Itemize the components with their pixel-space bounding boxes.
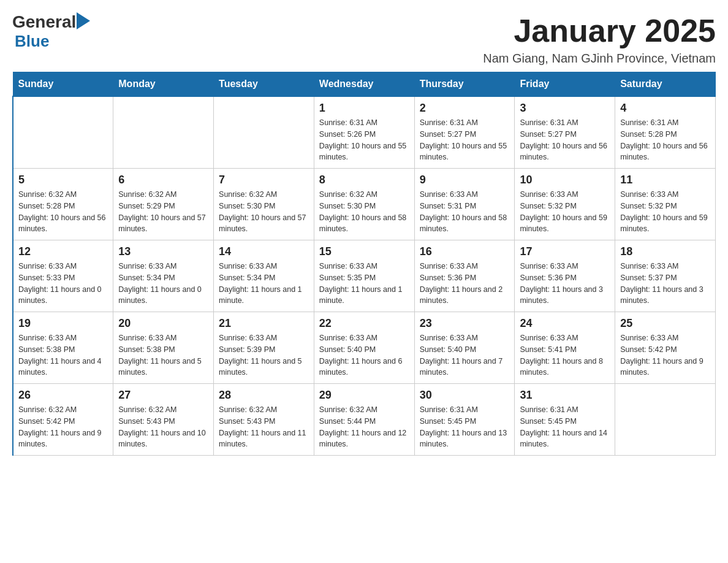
calendar-day-header: Wednesday [314,72,414,97]
day-number: 26 [18,389,108,402]
day-number: 27 [118,389,208,402]
calendar-week-row: 5Sunrise: 6:32 AM Sunset: 5:28 PM Daylig… [13,169,716,240]
calendar-day-header: Monday [113,72,214,97]
calendar-day-header: Saturday [615,72,716,97]
day-info: Sunrise: 6:32 AM Sunset: 5:29 PM Dayligh… [118,189,208,235]
calendar-header: SundayMondayTuesdayWednesdayThursdayFrid… [13,72,716,97]
day-number: 1 [319,102,409,115]
day-info: Sunrise: 6:33 AM Sunset: 5:41 PM Dayligh… [520,332,610,378]
calendar-cell: 20Sunrise: 6:33 AM Sunset: 5:38 PM Dayli… [113,312,214,384]
day-number: 21 [219,317,309,330]
calendar-cell: 16Sunrise: 6:33 AM Sunset: 5:36 PM Dayli… [414,240,515,312]
calendar-day-header: Tuesday [214,72,314,97]
calendar-cell: 27Sunrise: 6:32 AM Sunset: 5:43 PM Dayli… [113,384,214,456]
logo-blue-text: Blue [15,32,49,50]
calendar-cell: 30Sunrise: 6:31 AM Sunset: 5:45 PM Dayli… [414,384,515,456]
calendar-week-row: 1Sunrise: 6:31 AM Sunset: 5:26 PM Daylig… [13,96,716,169]
day-number: 16 [420,245,510,258]
title-section: January 2025 Nam Giang, Nam GJinh Provin… [483,12,716,66]
day-info: Sunrise: 6:31 AM Sunset: 5:45 PM Dayligh… [420,404,510,450]
day-info: Sunrise: 6:33 AM Sunset: 5:38 PM Dayligh… [118,332,208,378]
day-number: 4 [620,102,710,115]
day-info: Sunrise: 6:31 AM Sunset: 5:26 PM Dayligh… [319,117,409,163]
subtitle: Nam Giang, Nam GJinh Province, Vietnam [483,52,716,66]
day-number: 25 [620,317,710,330]
day-info: Sunrise: 6:33 AM Sunset: 5:38 PM Dayligh… [18,332,108,378]
day-number: 11 [620,174,710,186]
day-number: 19 [18,317,108,330]
calendar-week-row: 12Sunrise: 6:33 AM Sunset: 5:33 PM Dayli… [13,240,716,312]
day-number: 22 [319,317,409,330]
calendar-cell: 9Sunrise: 6:33 AM Sunset: 5:31 PM Daylig… [414,169,515,240]
day-info: Sunrise: 6:32 AM Sunset: 5:43 PM Dayligh… [219,404,309,450]
calendar-table: SundayMondayTuesdayWednesdayThursdayFrid… [12,72,716,456]
calendar-cell: 21Sunrise: 6:33 AM Sunset: 5:39 PM Dayli… [214,312,314,384]
day-info: Sunrise: 6:32 AM Sunset: 5:28 PM Dayligh… [18,189,108,235]
day-info: Sunrise: 6:32 AM Sunset: 5:42 PM Dayligh… [18,404,108,450]
logo-general-text: General [12,12,76,32]
calendar-week-row: 26Sunrise: 6:32 AM Sunset: 5:42 PM Dayli… [13,384,716,456]
day-number: 9 [420,174,510,186]
logo: General Blue [12,12,91,51]
day-info: Sunrise: 6:33 AM Sunset: 5:34 PM Dayligh… [219,261,309,307]
day-info: Sunrise: 6:31 AM Sunset: 5:28 PM Dayligh… [620,117,710,163]
day-number: 6 [118,174,208,186]
day-number: 17 [520,245,610,258]
calendar-cell: 3Sunrise: 6:31 AM Sunset: 5:27 PM Daylig… [515,96,615,169]
day-number: 31 [520,389,610,402]
day-number: 24 [520,317,610,330]
calendar-cell [214,96,314,169]
day-number: 8 [319,174,409,186]
day-info: Sunrise: 6:32 AM Sunset: 5:30 PM Dayligh… [319,189,409,235]
calendar-cell: 1Sunrise: 6:31 AM Sunset: 5:26 PM Daylig… [314,96,414,169]
day-number: 10 [520,174,610,186]
calendar-cell: 18Sunrise: 6:33 AM Sunset: 5:37 PM Dayli… [615,240,716,312]
day-info: Sunrise: 6:33 AM Sunset: 5:32 PM Dayligh… [520,189,610,235]
page-header: General Blue January 2025 Nam Giang, Nam… [12,12,716,66]
day-number: 15 [319,245,409,258]
calendar-day-header: Sunday [13,72,113,97]
day-info: Sunrise: 6:33 AM Sunset: 5:39 PM Dayligh… [219,332,309,378]
main-title: January 2025 [483,12,716,49]
calendar-cell: 11Sunrise: 6:33 AM Sunset: 5:32 PM Dayli… [615,169,716,240]
day-info: Sunrise: 6:32 AM Sunset: 5:44 PM Dayligh… [319,404,409,450]
day-info: Sunrise: 6:33 AM Sunset: 5:31 PM Dayligh… [420,189,510,235]
day-number: 12 [18,245,108,258]
day-number: 23 [420,317,510,330]
day-number: 30 [420,389,510,402]
calendar-cell: 10Sunrise: 6:33 AM Sunset: 5:32 PM Dayli… [515,169,615,240]
calendar-cell [13,96,113,169]
calendar-cell: 22Sunrise: 6:33 AM Sunset: 5:40 PM Dayli… [314,312,414,384]
calendar-cell [113,96,214,169]
day-number: 18 [620,245,710,258]
calendar-day-header: Thursday [414,72,515,97]
day-info: Sunrise: 6:31 AM Sunset: 5:27 PM Dayligh… [420,117,510,163]
day-info: Sunrise: 6:31 AM Sunset: 5:45 PM Dayligh… [520,404,610,450]
day-number: 29 [319,389,409,402]
calendar-cell: 24Sunrise: 6:33 AM Sunset: 5:41 PM Dayli… [515,312,615,384]
calendar-cell: 8Sunrise: 6:32 AM Sunset: 5:30 PM Daylig… [314,169,414,240]
day-number: 13 [118,245,208,258]
calendar-cell: 2Sunrise: 6:31 AM Sunset: 5:27 PM Daylig… [414,96,515,169]
calendar-cell: 12Sunrise: 6:33 AM Sunset: 5:33 PM Dayli… [13,240,113,312]
day-info: Sunrise: 6:33 AM Sunset: 5:40 PM Dayligh… [420,332,510,378]
calendar-cell: 25Sunrise: 6:33 AM Sunset: 5:42 PM Dayli… [615,312,716,384]
day-info: Sunrise: 6:33 AM Sunset: 5:33 PM Dayligh… [18,261,108,307]
day-info: Sunrise: 6:31 AM Sunset: 5:27 PM Dayligh… [520,117,610,163]
day-number: 3 [520,102,610,115]
calendar-cell: 23Sunrise: 6:33 AM Sunset: 5:40 PM Dayli… [414,312,515,384]
day-info: Sunrise: 6:33 AM Sunset: 5:34 PM Dayligh… [118,261,208,307]
day-info: Sunrise: 6:33 AM Sunset: 5:40 PM Dayligh… [319,332,409,378]
day-number: 20 [118,317,208,330]
calendar-cell: 4Sunrise: 6:31 AM Sunset: 5:28 PM Daylig… [615,96,716,169]
day-info: Sunrise: 6:33 AM Sunset: 5:36 PM Dayligh… [420,261,510,307]
calendar-body: 1Sunrise: 6:31 AM Sunset: 5:26 PM Daylig… [13,96,716,456]
day-number: 14 [219,245,309,258]
day-info: Sunrise: 6:33 AM Sunset: 5:37 PM Dayligh… [620,261,710,307]
day-info: Sunrise: 6:33 AM Sunset: 5:32 PM Dayligh… [620,189,710,235]
calendar-cell: 17Sunrise: 6:33 AM Sunset: 5:36 PM Dayli… [515,240,615,312]
calendar-cell: 5Sunrise: 6:32 AM Sunset: 5:28 PM Daylig… [13,169,113,240]
calendar-cell: 29Sunrise: 6:32 AM Sunset: 5:44 PM Dayli… [314,384,414,456]
calendar-cell: 19Sunrise: 6:33 AM Sunset: 5:38 PM Dayli… [13,312,113,384]
day-number: 7 [219,174,309,186]
